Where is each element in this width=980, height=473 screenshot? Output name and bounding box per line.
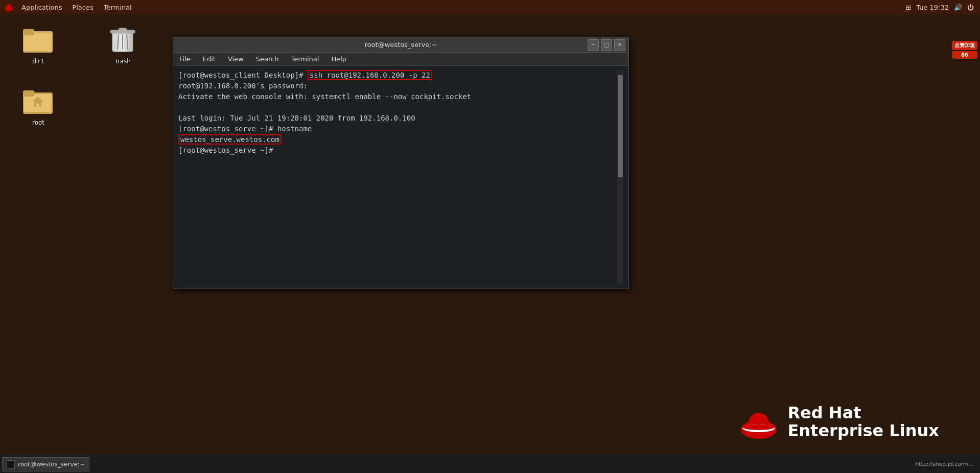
- svg-point-2: [7, 5, 11, 9]
- window-controls: − □ ✕: [588, 39, 625, 51]
- desktop-icon-root[interactable]: root: [15, 84, 61, 126]
- close-button[interactable]: ✕: [614, 39, 625, 51]
- menubar-places[interactable]: Places: [68, 3, 97, 12]
- svg-rect-5: [24, 33, 52, 51]
- trash-label: Trash: [114, 58, 131, 65]
- volume-icon: 🔊: [954, 4, 962, 11]
- desktop-icon-dir1[interactable]: dir1: [15, 23, 61, 65]
- grid-icon: ⊞: [905, 4, 911, 11]
- tmenu-view[interactable]: View: [222, 54, 250, 64]
- widget-badge-2: 86: [952, 51, 977, 59]
- taskbar-terminal-icon: [7, 460, 15, 468]
- hostname-result-highlight: westos_serve.westos.com: [178, 134, 282, 145]
- tmenu-terminal[interactable]: Terminal: [285, 54, 325, 64]
- prompt-line-1: [root@westos_client Desktop]#: [178, 71, 308, 79]
- final-prompt: [root@westos_serve ~]#: [178, 146, 277, 154]
- redhat-text: Red Hat Enterprise Linux: [787, 404, 939, 440]
- menubar-terminal[interactable]: Terminal: [100, 3, 136, 12]
- svg-rect-10: [119, 28, 127, 31]
- trash-image: [106, 23, 139, 56]
- redhat-line1: Red Hat: [787, 404, 939, 422]
- desktop-icon-trash[interactable]: Trash: [100, 23, 146, 65]
- taskbar-url: http://shop.jd.com/...: [915, 461, 974, 467]
- maximize-button[interactable]: □: [601, 39, 612, 51]
- last-login-line: Last login: Tue Jul 21 19:28:01 2020 fro…: [178, 114, 415, 122]
- root-folder-image: [22, 84, 55, 117]
- svg-rect-17: [23, 90, 34, 97]
- password-line: root@192.168.0.200's password:: [178, 82, 312, 90]
- redhat-branding: Red Hat Enterprise Linux: [738, 401, 939, 442]
- taskbar-terminal-item[interactable]: root@westos_serve:~: [2, 457, 89, 471]
- menubar-right: ⊞ Tue 19:32 🔊 ⏻: [905, 4, 980, 11]
- minimize-button[interactable]: −: [588, 39, 599, 51]
- top-menubar: Applications Places Terminal ⊞ Tue 19:32…: [0, 0, 980, 14]
- terminal-scrollbar[interactable]: [617, 70, 623, 285]
- folder-image: [22, 23, 55, 56]
- redhat-line2: Enterprise Linux: [787, 422, 939, 440]
- terminal-menubar: File Edit View Search Terminal Help: [173, 53, 628, 66]
- terminal-body[interactable]: [root@westos_client Desktop]# ssh root@1…: [173, 66, 628, 289]
- taskbar-terminal-label: root@westos_serve:~: [18, 461, 85, 468]
- clock: Tue 19:32: [916, 4, 949, 11]
- terminal-output: [root@westos_client Desktop]# ssh root@1…: [178, 70, 617, 285]
- terminal-window: root@westos_serve:~ − □ ✕ File Edit View…: [173, 37, 629, 289]
- tmenu-file[interactable]: File: [173, 54, 197, 64]
- scroll-thumb[interactable]: [618, 75, 623, 177]
- taskbar-right: http://shop.jd.com/...: [915, 461, 978, 467]
- hostname-cmd-line: [root@westos_serve ~]# hostname: [178, 125, 312, 133]
- menubar-applications[interactable]: Applications: [17, 3, 66, 12]
- root-label: root: [32, 119, 44, 126]
- terminal-titlebar: root@westos_serve:~ − □ ✕: [173, 37, 628, 53]
- widget-badge-1: 点赞加速: [952, 41, 977, 50]
- svg-rect-6: [23, 29, 34, 35]
- taskbar: root@westos_serve:~ http://shop.jd.com/.…: [0, 455, 980, 473]
- power-icon: ⏻: [967, 4, 974, 11]
- dir1-label: dir1: [32, 58, 44, 65]
- menubar-items: Applications Places Terminal: [17, 3, 136, 12]
- tmenu-help[interactable]: Help: [325, 54, 353, 64]
- redhat-menu-logo: [3, 2, 14, 13]
- svg-point-22: [742, 424, 775, 430]
- cockpit-line: Activate the web console with: systemctl…: [178, 92, 471, 101]
- side-widget[interactable]: 点赞加速 86: [949, 41, 980, 60]
- tmenu-search[interactable]: Search: [250, 54, 285, 64]
- terminal-title: root@westos_serve:~: [365, 41, 437, 49]
- ssh-command-highlight: ssh root@192.168.0.200 -p 22: [308, 70, 432, 80]
- tmenu-edit[interactable]: Edit: [197, 54, 222, 64]
